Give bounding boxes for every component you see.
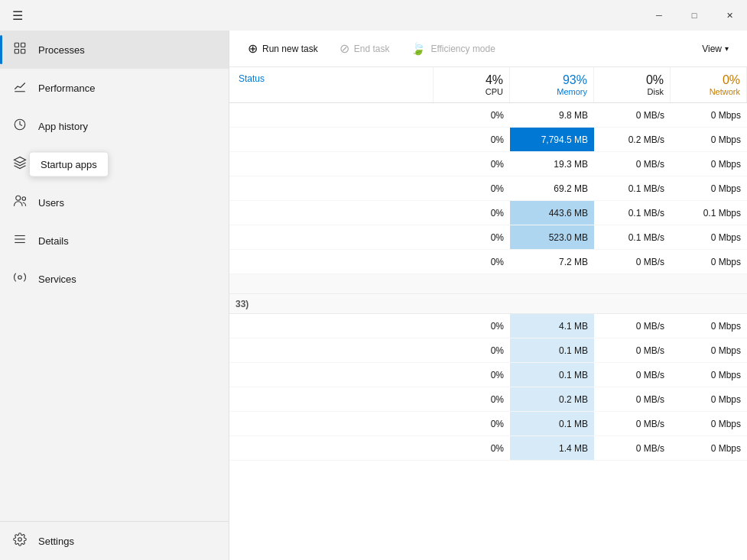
header-status[interactable]: Status (229, 67, 434, 102)
cell-cpu: 0% (434, 103, 510, 127)
view-label: View (702, 44, 722, 54)
sidebar-item-app-history-label: App history (38, 121, 88, 132)
efficiency-mode-button[interactable]: 🍃 Efficiency mode (401, 37, 505, 60)
cell-status (229, 225, 434, 249)
header-network[interactable]: 0% Network (671, 67, 747, 102)
cell-disk: 0 MB/s (594, 412, 671, 435)
table-row[interactable]: 0% 1.4 MB 0 MB/s 0 Mbps (229, 436, 747, 461)
sidebar-item-performance-label: Performance (38, 83, 95, 94)
cell-cpu: 0% (434, 387, 510, 411)
cell-network: 0.1 Mbps (671, 201, 747, 225)
sidebar-item-settings[interactable]: Settings (0, 522, 229, 560)
sidebar-item-settings-label: Settings (38, 536, 74, 547)
cell-network: 0 Mbps (671, 412, 747, 435)
sidebar-item-details-label: Details (38, 235, 69, 247)
cell-network: 0 Mbps (671, 363, 747, 387)
sidebar-item-processes-label: Processes (38, 44, 85, 56)
close-button[interactable]: ✕ (712, 0, 747, 31)
cell-memory: 0.2 MB (510, 387, 594, 411)
table-row[interactable]: 0% 9.8 MB 0 MB/s 0 Mbps (229, 103, 747, 128)
sidebar-item-performance[interactable]: Performance (0, 69, 229, 107)
memory-percent: 93% (516, 73, 587, 87)
sidebar-bottom: Settings (0, 521, 229, 560)
cell-status (229, 128, 434, 151)
services-icon (12, 270, 28, 288)
cell-disk: 0.1 MB/s (594, 201, 671, 225)
table-row[interactable]: 0% 443.6 MB 0.1 MB/s 0.1 Mbps (229, 201, 747, 225)
sidebar-item-app-history[interactable]: App history (0, 107, 229, 145)
run-new-task-icon: ⊕ (248, 41, 258, 56)
cell-status (229, 387, 434, 411)
cell-status (229, 412, 434, 435)
end-task-button[interactable]: ⊘ End task (330, 37, 399, 60)
cell-memory: 1.4 MB (510, 436, 594, 460)
cell-status (229, 436, 434, 460)
header-disk[interactable]: 0% Disk (594, 67, 671, 102)
cell-disk: 0 MB/s (594, 152, 671, 176)
table-row[interactable]: 0% 0.1 MB 0 MB/s 0 Mbps (229, 412, 747, 436)
sidebar-item-details[interactable]: Details (0, 222, 229, 260)
sidebar-item-startup-apps[interactable]: Startup apps (0, 145, 229, 183)
cell-status (229, 176, 434, 200)
cell-status (229, 103, 434, 127)
cell-memory: 4.1 MB (510, 314, 594, 338)
sidebar: Processes Performance App history (0, 31, 229, 560)
run-new-task-label: Run new task (262, 44, 318, 54)
sidebar-item-users-label: Users (38, 197, 64, 209)
cell-memory: 19.3 MB (510, 152, 594, 176)
table-body[interactable]: 0% 9.8 MB 0 MB/s 0 Mbps 0% 7,794.5 MB 0.… (229, 103, 747, 560)
cell-cpu: 0% (434, 201, 510, 225)
cell-network: 0 Mbps (671, 387, 747, 411)
cell-disk: 0.1 MB/s (594, 176, 671, 200)
cell-cpu: 0% (434, 250, 510, 274)
minimize-button[interactable]: ─ (641, 0, 677, 31)
section-row: 33) (229, 294, 747, 314)
cell-memory: 0.1 MB (510, 338, 594, 362)
table-row[interactable]: 0% 523.0 MB 0.1 MB/s 0 Mbps (229, 225, 747, 250)
settings-icon (12, 532, 28, 550)
view-button[interactable]: View ▾ (693, 39, 738, 59)
startup-tooltip: Startup apps (29, 152, 109, 177)
maximize-button[interactable]: □ (677, 0, 712, 31)
performance-icon (12, 79, 28, 97)
cell-memory: 0.1 MB (510, 412, 594, 435)
svg-rect-3 (21, 49, 25, 53)
cell-memory: 0.1 MB (510, 363, 594, 387)
users-icon (12, 194, 28, 212)
history-icon (12, 118, 28, 135)
header-cpu[interactable]: 4% CPU (434, 67, 510, 102)
content-area: ⊕ Run new task ⊘ End task 🍃 Efficiency m… (229, 31, 747, 560)
cell-memory: 523.0 MB (510, 225, 594, 249)
table-row[interactable]: 0% 7,794.5 MB 0.2 MB/s 0 Mbps (229, 128, 747, 152)
cell-disk: 0 MB/s (594, 103, 671, 127)
details-icon (12, 232, 28, 250)
table-row[interactable]: 0% 19.3 MB 0 MB/s 0 Mbps (229, 152, 747, 176)
cell-cpu: 0% (434, 176, 510, 200)
hamburger-icon[interactable]: ☰ (9, 5, 26, 26)
run-new-task-button[interactable]: ⊕ Run new task (239, 37, 327, 60)
section-row (229, 274, 747, 294)
svg-rect-0 (15, 43, 18, 47)
cell-disk: 0 MB/s (594, 436, 671, 460)
cell-cpu: 0% (434, 436, 510, 460)
processes-icon (12, 41, 28, 59)
cell-network: 0 Mbps (671, 152, 747, 176)
cell-disk: 0 MB/s (594, 314, 671, 338)
table-row[interactable]: 0% 4.1 MB 0 MB/s 0 Mbps (229, 314, 747, 338)
cell-network: 0 Mbps (671, 436, 747, 460)
sidebar-spacer (0, 298, 229, 521)
sidebar-item-services[interactable]: Services (0, 260, 229, 298)
table-row[interactable]: 0% 69.2 MB 0.1 MB/s 0 Mbps (229, 176, 747, 201)
sidebar-item-users[interactable]: Users (0, 183, 229, 222)
header-memory[interactable]: 93% Memory (510, 67, 594, 102)
main-container: Processes Performance App history (0, 31, 747, 560)
table-row[interactable]: 0% 0.1 MB 0 MB/s 0 Mbps (229, 363, 747, 387)
table-row[interactable]: 0% 0.2 MB 0 MB/s 0 Mbps (229, 387, 747, 412)
cell-network: 0 Mbps (671, 250, 747, 274)
cell-memory: 69.2 MB (510, 176, 594, 200)
table-row[interactable]: 0% 7.2 MB 0 MB/s 0 Mbps (229, 250, 747, 274)
sidebar-item-processes[interactable]: Processes (0, 31, 229, 69)
table-row[interactable]: 0% 0.1 MB 0 MB/s 0 Mbps (229, 338, 747, 363)
startup-icon (12, 156, 28, 173)
cell-network: 0 Mbps (671, 338, 747, 362)
